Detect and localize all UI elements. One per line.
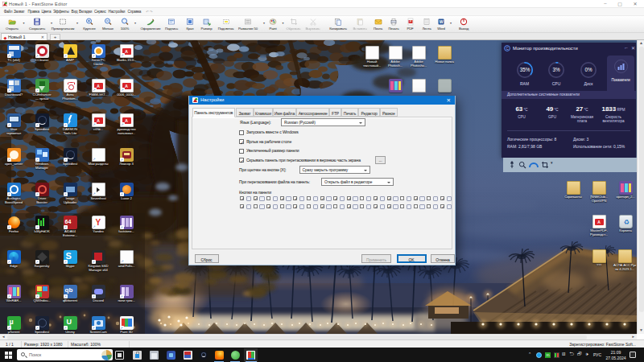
svg-text:W: W [440, 19, 444, 24]
svg-text:P: P [409, 20, 411, 23]
svg-text:3%: 3% [552, 67, 560, 72]
svg-text:35%: 35% [519, 67, 530, 72]
svg-text:C: C [506, 47, 509, 51]
svg-text:0%: 0% [584, 67, 592, 72]
